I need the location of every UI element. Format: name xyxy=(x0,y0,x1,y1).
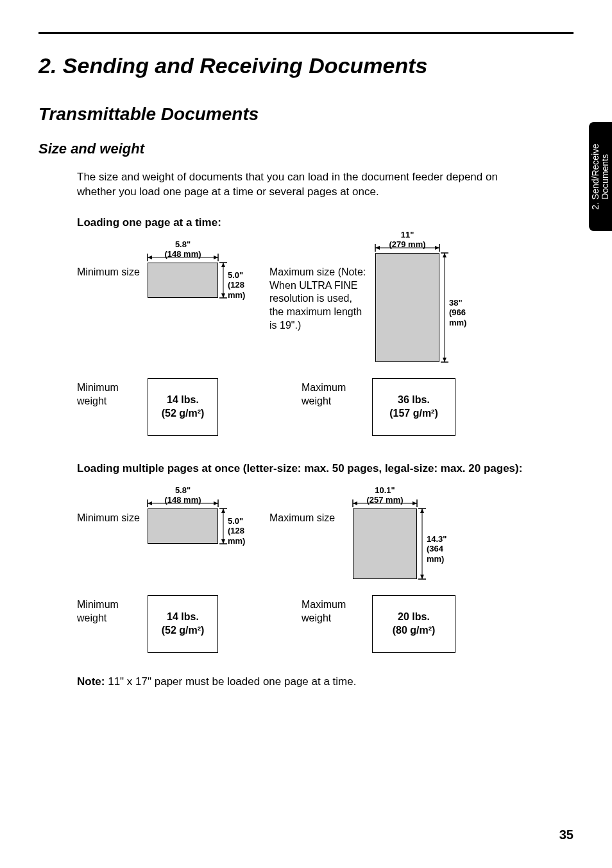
svg-marker-38 xyxy=(420,508,424,513)
v-arrow-icon xyxy=(418,507,426,581)
side-tab-text: 2. Send/ReceiveDocuments xyxy=(591,144,611,210)
svg-marker-28 xyxy=(221,508,225,513)
max-w-dim: 11"(279 mm) xyxy=(375,230,439,250)
min-size-label: Minimum size xyxy=(77,263,148,279)
multi-max-w-dim: 10.1"(257 mm) xyxy=(353,485,417,505)
svg-marker-19 xyxy=(443,358,446,362)
top-rule xyxy=(38,32,574,34)
min-size-diagram-multi: 5.8"(148 mm) 5.0"(128 mm) xyxy=(148,508,218,544)
chapter-title: 2. Sending and Receiving Documents xyxy=(38,53,574,78)
svg-marker-18 xyxy=(443,253,446,257)
max-weight-label-multi: Maximum weight xyxy=(302,595,372,625)
v-arrow-icon xyxy=(219,507,227,546)
multi-min-h-dim: 5.0"(128 mm) xyxy=(228,516,245,546)
single-size-row: Minimum size 5.8"(148 mm) 5.0"(128 mm) M… xyxy=(77,263,554,362)
max-weight-box: 36 lbs. (157 g/m²) xyxy=(372,378,455,436)
page-number: 35 xyxy=(559,828,574,842)
min-weight-label-multi: Minimum weight xyxy=(77,595,148,625)
svg-marker-29 xyxy=(221,539,225,544)
side-tab: 2. Send/ReceiveDocuments xyxy=(589,122,612,231)
min-size-label-multi: Minimum size xyxy=(77,508,148,525)
min-weight-box: 14 lbs. (52 g/m²) xyxy=(148,378,218,436)
loading-multi-label: Loading multiple pages at once (letter-s… xyxy=(77,462,535,476)
min-w-dim: 5.8"(148 mm) xyxy=(148,239,218,259)
subsection-title: Size and weight xyxy=(38,141,574,157)
note-text: Note: 11" x 17" paper must be loaded one… xyxy=(77,675,535,688)
max-weight-box-multi: 20 lbs. (80 g/m²) xyxy=(372,595,455,653)
max-size-label: Maximum size (Note: When ULTRA FINE reso… xyxy=(269,263,369,333)
svg-marker-8 xyxy=(221,263,225,267)
max-weight-label: Maximum weight xyxy=(302,378,372,408)
svg-marker-9 xyxy=(221,293,225,298)
min-weight-label: Minimum weight xyxy=(77,378,148,408)
max-size-diagram: 11"(279 mm) 38"(966 mm) xyxy=(375,253,439,362)
multi-weight-row: Minimum weight 14 lbs. (52 g/m²) Maximum… xyxy=(77,595,554,653)
v-arrow-icon xyxy=(219,261,227,300)
max-size-label-multi: Maximum size xyxy=(269,508,340,525)
intro-text: The size and weight of documents that yo… xyxy=(77,170,535,200)
multi-max-h-dim: 14.3"(364 mm) xyxy=(427,534,446,564)
min-h-dim: 5.0"(128 mm) xyxy=(228,270,245,300)
max-size-diagram-multi: 10.1"(257 mm) 14.3"(364 mm) xyxy=(353,508,417,579)
min-size-diagram: 5.8"(148 mm) 5.0"(128 mm) xyxy=(148,263,218,298)
section-title: Transmittable Documents xyxy=(38,104,574,125)
single-weight-row: Minimum weight 14 lbs. (52 g/m²) Maximum… xyxy=(77,378,554,436)
svg-marker-39 xyxy=(420,575,424,579)
loading-one-label: Loading one page at a time: xyxy=(77,216,535,230)
multi-min-w-dim: 5.8"(148 mm) xyxy=(148,485,218,505)
min-weight-box-multi: 14 lbs. (52 g/m²) xyxy=(148,595,218,653)
max-h-dim: 38"(966 mm) xyxy=(449,298,466,328)
multi-size-row: Minimum size 5.8"(148 mm) 5.0"(128 mm) M… xyxy=(77,508,554,579)
v-arrow-icon xyxy=(441,251,448,364)
